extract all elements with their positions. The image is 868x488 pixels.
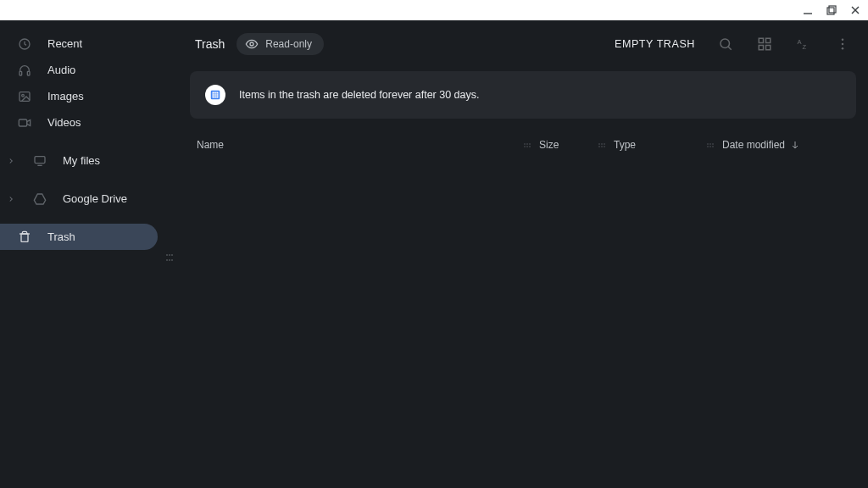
svg-point-26 (842, 43, 844, 46)
svg-rect-7 (27, 71, 30, 75)
header: Trash Read-only EMPTY TRASH (190, 29, 856, 59)
svg-rect-20 (766, 38, 771, 42)
col-header-date[interactable]: Date modified (722, 139, 849, 151)
col-header-size[interactable]: Size (539, 139, 598, 151)
svg-rect-10 (19, 119, 26, 126)
svg-rect-15 (21, 234, 28, 241)
sidebar-item-recent[interactable]: Recent (0, 30, 178, 57)
svg-rect-21 (759, 46, 763, 50)
column-resize-handle[interactable] (598, 143, 605, 147)
sidebar-resize-handle[interactable] (166, 254, 175, 263)
svg-rect-8 (19, 92, 30, 101)
sidebar-item-label: Audio (47, 64, 75, 76)
main-content: Trash Read-only EMPTY TRASH (178, 20, 868, 488)
headphones-icon (17, 64, 32, 77)
info-banner: Items in the trash are deleted forever a… (190, 71, 856, 119)
view-toggle-button[interactable] (751, 30, 778, 58)
chevron-right-icon (5, 157, 17, 165)
readonly-label: Read-only (265, 38, 312, 50)
sheets-icon (205, 85, 225, 105)
svg-point-16 (250, 42, 253, 46)
svg-point-17 (721, 39, 730, 48)
sidebar-item-label: Images (47, 90, 84, 103)
search-button[interactable] (712, 30, 739, 58)
sidebar-item-label: Google Drive (63, 192, 127, 205)
svg-point-25 (842, 38, 844, 41)
sidebar-item-audio[interactable]: Audio (0, 57, 178, 83)
svg-marker-14 (34, 194, 45, 204)
svg-rect-12 (35, 156, 45, 163)
sort-button[interactable]: AZ (790, 30, 817, 58)
svg-rect-1 (829, 6, 836, 13)
video-icon (17, 116, 32, 130)
sidebar: Recent Audio Images Videos (0, 20, 178, 488)
more-button[interactable] (829, 30, 856, 58)
svg-line-18 (728, 47, 732, 50)
clock-icon (17, 37, 32, 51)
svg-text:A: A (798, 38, 802, 46)
maximize-button[interactable] (826, 4, 837, 16)
sidebar-item-videos[interactable]: Videos (0, 109, 178, 136)
column-resize-handle[interactable] (524, 143, 531, 147)
sidebar-item-gdrive[interactable]: Google Drive (0, 186, 178, 212)
drive-icon (32, 192, 47, 206)
sidebar-item-label: Recent (47, 37, 82, 50)
svg-text:Z: Z (803, 43, 807, 51)
window-controls (0, 0, 868, 20)
svg-point-27 (842, 47, 844, 50)
sidebar-item-myfiles[interactable]: My files (0, 147, 178, 174)
chevron-right-icon (5, 195, 17, 203)
sidebar-item-trash[interactable]: Trash (0, 224, 158, 250)
close-button[interactable] (849, 4, 861, 16)
svg-rect-2 (827, 8, 834, 14)
sidebar-item-label: My files (63, 154, 100, 167)
app-root: Recent Audio Images Videos (0, 20, 868, 488)
col-header-type[interactable]: Type (614, 139, 707, 151)
page-title: Trash (190, 37, 225, 51)
svg-rect-29 (213, 92, 219, 98)
empty-trash-button[interactable]: EMPTY TRASH (609, 33, 700, 55)
column-headers: Name Size Type Date modified (190, 129, 856, 161)
sort-az-icon: AZ (796, 36, 811, 52)
svg-rect-19 (759, 38, 763, 42)
trash-icon (17, 230, 32, 244)
grid-icon (757, 36, 772, 52)
svg-point-9 (22, 94, 25, 97)
svg-rect-22 (766, 46, 771, 50)
readonly-chip: Read-only (236, 33, 324, 55)
image-icon (17, 90, 32, 103)
search-icon (718, 36, 733, 52)
eye-icon (245, 37, 259, 51)
arrow-down-icon (790, 140, 800, 150)
column-resize-handle[interactable] (707, 143, 714, 147)
sidebar-item-label: Trash (47, 230, 75, 243)
svg-rect-6 (19, 71, 22, 75)
banner-text: Items in the trash are deleted forever a… (239, 89, 479, 101)
more-vert-icon (835, 36, 850, 52)
minimize-button[interactable] (802, 4, 814, 16)
sidebar-item-images[interactable]: Images (0, 83, 178, 109)
col-header-name[interactable]: Name (197, 139, 524, 151)
sidebar-item-label: Videos (47, 116, 81, 129)
svg-marker-11 (27, 119, 31, 125)
monitor-icon (32, 154, 47, 168)
